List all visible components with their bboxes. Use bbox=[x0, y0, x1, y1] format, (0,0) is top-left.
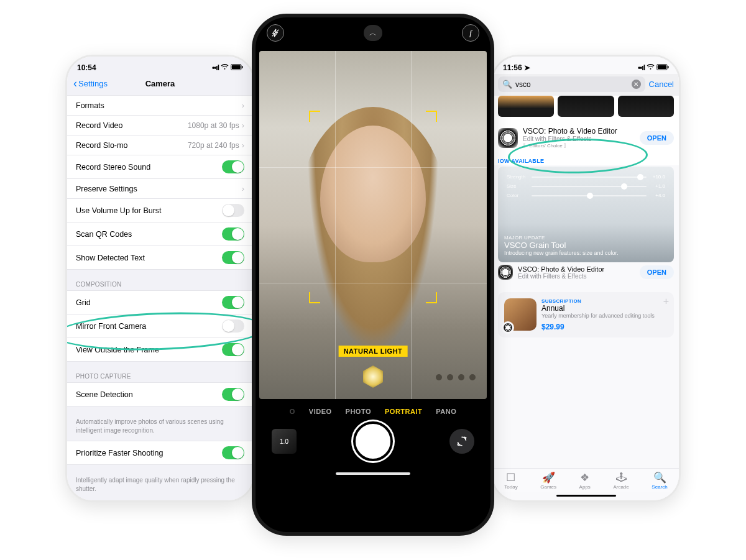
settings-row[interactable]: Use Volume Up for Burst bbox=[67, 199, 253, 223]
footer-scene: Automatically improve photos of various … bbox=[67, 415, 253, 441]
home-indicator[interactable] bbox=[336, 472, 410, 475]
settings-screen: 10:54 ••ıl ‹ Settings Camera Formats›Rec… bbox=[67, 57, 253, 500]
row-label: Scene Detection bbox=[76, 390, 222, 399]
screenshot-thumb[interactable] bbox=[618, 96, 674, 117]
mode-option[interactable]: PANO bbox=[436, 408, 456, 415]
home-indicator[interactable] bbox=[556, 495, 616, 497]
settings-row[interactable]: Show Detected Text bbox=[67, 246, 253, 269]
add-icon[interactable]: + bbox=[663, 296, 669, 307]
toggle[interactable] bbox=[222, 388, 244, 401]
settings-row[interactable]: Scan QR Codes bbox=[67, 223, 253, 246]
row-detail: 720p at 240 fps bbox=[188, 141, 239, 150]
search-value: vsco bbox=[515, 80, 531, 89]
editors-choice-badge: 〖 Editors' Choice 〗 bbox=[523, 142, 635, 149]
tab-apps[interactable]: ❖Apps bbox=[579, 472, 591, 490]
location-icon: ➤ bbox=[524, 63, 530, 72]
app-result[interactable]: VSCO: Photo & Video Editor Edit with Fil… bbox=[493, 122, 679, 154]
games-icon: 🚀 bbox=[542, 472, 555, 483]
settings-group-capture: Scene Detection bbox=[67, 382, 253, 406]
settings-row[interactable]: Record Video1080p at 30 fps› bbox=[67, 116, 253, 135]
today-icon: ☐ bbox=[506, 472, 515, 483]
status-time: 10:54 bbox=[77, 63, 96, 72]
settings-row[interactable]: Record Stereo Sound bbox=[67, 155, 253, 179]
inapp-price: $29.99 bbox=[541, 323, 655, 331]
mode-option[interactable]: PHOTO bbox=[346, 408, 371, 415]
settings-group-composition: GridMirror Front CameraView Outside the … bbox=[67, 290, 253, 362]
wifi-icon bbox=[647, 63, 655, 72]
toggle[interactable] bbox=[222, 319, 244, 333]
settings-row[interactable]: Grid bbox=[67, 291, 253, 314]
status-time: 11:56 ➤ bbox=[503, 63, 530, 72]
svg-rect-6 bbox=[668, 66, 669, 68]
open-button[interactable]: OPEN bbox=[640, 131, 674, 145]
app-icon bbox=[498, 128, 518, 148]
back-button[interactable]: ‹ Settings bbox=[73, 78, 108, 89]
row-label: Record Video bbox=[76, 121, 188, 130]
f-stop-icon[interactable]: f bbox=[462, 24, 479, 42]
chevron-up-icon[interactable]: ︿ bbox=[364, 25, 382, 41]
row-label: Show Detected Text bbox=[76, 254, 222, 262]
toggle[interactable] bbox=[222, 343, 244, 356]
toggle[interactable] bbox=[222, 296, 244, 309]
settings-row[interactable]: Formats› bbox=[67, 96, 253, 116]
battery-icon bbox=[656, 63, 669, 72]
settings-row[interactable]: Prioritize Faster Shooting bbox=[67, 441, 253, 464]
promo-kicker: MAJOR UPDATE bbox=[504, 235, 668, 241]
promo-card[interactable]: Strength+10.0Size+1.0Color+4.0 MAJOR UPD… bbox=[498, 167, 674, 262]
app-result-text: VSCO: Photo & Video Editor Edit with Fil… bbox=[523, 127, 635, 149]
section-header-capture: PHOTO CAPTURE bbox=[67, 370, 253, 382]
search-input[interactable]: 🔍 vsco ✕ bbox=[498, 76, 645, 92]
inapp-kicker: SUBSCRIPTION bbox=[541, 298, 655, 304]
toggle[interactable] bbox=[222, 446, 244, 459]
toggle[interactable] bbox=[222, 204, 244, 217]
lighting-options[interactable] bbox=[436, 374, 476, 380]
battery-icon bbox=[231, 63, 243, 72]
row-detail: 1080p at 30 fps bbox=[188, 121, 239, 130]
flip-camera-icon[interactable] bbox=[449, 429, 474, 454]
tab-games[interactable]: 🚀Games bbox=[540, 472, 556, 490]
cancel-button[interactable]: Cancel bbox=[649, 80, 674, 89]
row-label: Mirror Front Camera bbox=[76, 322, 222, 331]
settings-row[interactable]: Record Slo-mo720p at 240 fps› bbox=[67, 135, 253, 155]
focus-corner bbox=[309, 111, 320, 122]
mode-option[interactable]: O bbox=[290, 408, 295, 415]
viewfinder[interactable]: NATURAL LIGHT bbox=[259, 51, 487, 399]
chevron-right-icon: › bbox=[242, 101, 244, 110]
chevron-right-icon: › bbox=[242, 121, 244, 130]
flash-off-icon[interactable] bbox=[267, 24, 284, 42]
grid-line bbox=[335, 51, 336, 399]
grid-line bbox=[259, 283, 487, 283]
row-label: Prioritize Faster Shooting bbox=[76, 449, 222, 457]
settings-row[interactable]: Mirror Front Camera bbox=[67, 314, 253, 338]
app-subtitle: Edit with Filters & Effects bbox=[518, 273, 635, 280]
settings-row[interactable]: View Outside the Frame bbox=[67, 338, 253, 361]
tab-bar: ☐Today🚀Games❖Apps🕹Arcade🔍Search bbox=[493, 468, 679, 492]
last-photo-thumbnail[interactable]: 1.0 bbox=[272, 429, 297, 454]
tab-arcade[interactable]: 🕹Arcade bbox=[613, 472, 629, 490]
chevron-right-icon: › bbox=[242, 184, 244, 193]
mode-option[interactable]: VIDEO bbox=[309, 408, 332, 415]
clear-icon[interactable]: ✕ bbox=[632, 80, 641, 89]
tab-search[interactable]: 🔍Search bbox=[652, 472, 667, 490]
phone-appstore: 11:56 ➤ ••ıl 🔍 vsco ✕ Cancel VSCO: Photo… bbox=[491, 55, 681, 502]
chevron-left-icon: ‹ bbox=[73, 78, 77, 89]
promo-subtitle: Introducing new grain features: size and… bbox=[504, 250, 668, 256]
mode-option[interactable]: PORTRAIT bbox=[385, 408, 422, 415]
toggle[interactable] bbox=[222, 227, 244, 241]
row-label: Formats bbox=[76, 101, 242, 110]
inapp-card[interactable]: SUBSCRIPTION Annual Yearly membership fo… bbox=[498, 292, 674, 337]
screenshots-row[interactable] bbox=[493, 96, 679, 122]
inapp-text: SUBSCRIPTION Annual Yearly membership fo… bbox=[541, 298, 655, 331]
app-result-2[interactable]: VSCO: Photo & Video Editor Edit with Fil… bbox=[493, 262, 679, 285]
mode-selector[interactable]: OVIDEOPHOTOPORTRAITPANO bbox=[256, 399, 490, 421]
screenshot-thumb[interactable] bbox=[558, 96, 614, 117]
settings-row[interactable]: Preserve Settings› bbox=[67, 179, 253, 199]
tab-today[interactable]: ☐Today bbox=[504, 472, 517, 490]
screenshot-thumb[interactable] bbox=[498, 96, 554, 117]
grid-line bbox=[411, 51, 412, 399]
toggle[interactable] bbox=[222, 251, 244, 264]
open-button[interactable]: OPEN bbox=[640, 265, 674, 279]
settings-row[interactable]: Scene Detection bbox=[67, 383, 253, 406]
toggle[interactable] bbox=[222, 160, 244, 173]
shutter-button[interactable] bbox=[353, 421, 393, 461]
